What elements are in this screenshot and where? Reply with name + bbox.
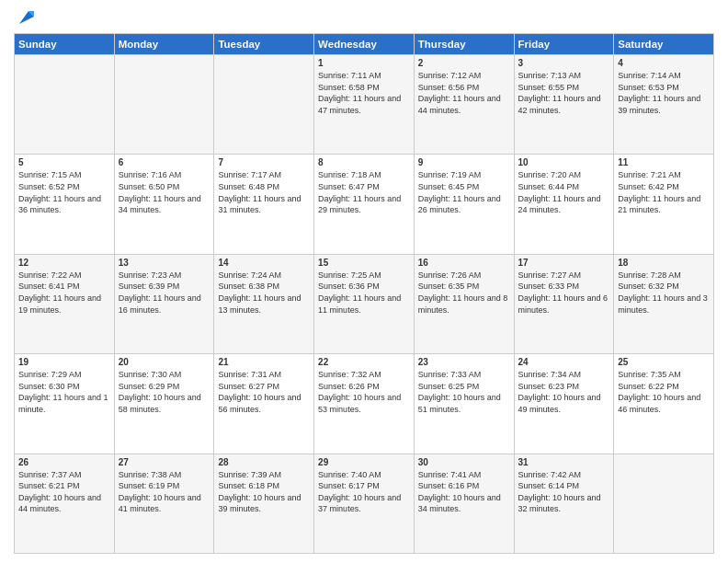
day-number: 21 [218, 357, 310, 367]
day-info: Sunrise: 7:34 AM Sunset: 6:23 PM Dayligh… [518, 369, 610, 415]
day-info: Sunrise: 7:42 AM Sunset: 6:14 PM Dayligh… [518, 469, 610, 515]
day-cell: 15Sunrise: 7:25 AM Sunset: 6:36 PM Dayli… [314, 254, 415, 353]
day-info: Sunrise: 7:18 AM Sunset: 6:47 PM Dayligh… [318, 169, 410, 215]
day-number: 31 [518, 457, 610, 467]
day-cell: 17Sunrise: 7:27 AM Sunset: 6:33 PM Dayli… [514, 254, 614, 353]
calendar-table: SundayMondayTuesdayWednesdayThursdayFrid… [14, 33, 714, 554]
day-cell: 4Sunrise: 7:14 AM Sunset: 6:53 PM Daylig… [614, 55, 714, 155]
day-number: 29 [318, 457, 410, 467]
day-info: Sunrise: 7:37 AM Sunset: 6:21 PM Dayligh… [18, 469, 110, 515]
day-number: 9 [418, 157, 510, 167]
day-number: 3 [518, 58, 610, 68]
day-number: 2 [418, 58, 510, 68]
day-info: Sunrise: 7:16 AM Sunset: 6:50 PM Dayligh… [119, 169, 210, 215]
day-cell: 31Sunrise: 7:42 AM Sunset: 6:14 PM Dayli… [514, 454, 614, 553]
day-info: Sunrise: 7:29 AM Sunset: 6:30 PM Dayligh… [18, 369, 110, 415]
day-cell: 5Sunrise: 7:15 AM Sunset: 6:52 PM Daylig… [15, 155, 115, 254]
day-cell: 23Sunrise: 7:33 AM Sunset: 6:25 PM Dayli… [414, 354, 514, 454]
day-number: 14 [218, 258, 310, 268]
day-info: Sunrise: 7:17 AM Sunset: 6:48 PM Dayligh… [218, 169, 310, 215]
day-info: Sunrise: 7:12 AM Sunset: 6:56 PM Dayligh… [418, 70, 510, 116]
day-cell: 7Sunrise: 7:17 AM Sunset: 6:48 PM Daylig… [214, 155, 314, 254]
day-info: Sunrise: 7:19 AM Sunset: 6:45 PM Dayligh… [418, 169, 510, 215]
day-number: 1 [318, 58, 410, 68]
day-info: Sunrise: 7:25 AM Sunset: 6:36 PM Dayligh… [318, 270, 410, 316]
day-info: Sunrise: 7:32 AM Sunset: 6:26 PM Dayligh… [318, 369, 410, 415]
day-cell: 27Sunrise: 7:38 AM Sunset: 6:19 PM Dayli… [114, 454, 214, 553]
day-info: Sunrise: 7:31 AM Sunset: 6:27 PM Dayligh… [218, 369, 310, 415]
day-number: 12 [18, 258, 110, 268]
day-cell: 12Sunrise: 7:22 AM Sunset: 6:41 PM Dayli… [15, 254, 115, 353]
day-number: 19 [18, 357, 110, 367]
day-number: 25 [618, 357, 710, 367]
day-number: 8 [318, 157, 410, 167]
day-info: Sunrise: 7:30 AM Sunset: 6:29 PM Dayligh… [119, 369, 210, 415]
day-cell: 28Sunrise: 7:39 AM Sunset: 6:18 PM Dayli… [214, 454, 314, 553]
col-header-sunday: Sunday [15, 34, 115, 55]
day-cell: 29Sunrise: 7:40 AM Sunset: 6:17 PM Dayli… [314, 454, 415, 553]
day-number: 23 [418, 357, 510, 367]
day-info: Sunrise: 7:22 AM Sunset: 6:41 PM Dayligh… [18, 270, 110, 316]
day-info: Sunrise: 7:27 AM Sunset: 6:33 PM Dayligh… [518, 270, 610, 316]
day-cell [114, 55, 214, 155]
week-row-1: 1Sunrise: 7:11 AM Sunset: 6:58 PM Daylig… [15, 55, 714, 155]
day-info: Sunrise: 7:33 AM Sunset: 6:25 PM Dayligh… [418, 369, 510, 415]
day-cell: 11Sunrise: 7:21 AM Sunset: 6:42 PM Dayli… [614, 155, 714, 254]
week-row-3: 12Sunrise: 7:22 AM Sunset: 6:41 PM Dayli… [15, 254, 714, 353]
day-info: Sunrise: 7:35 AM Sunset: 6:22 PM Dayligh… [618, 369, 710, 415]
day-number: 7 [218, 157, 310, 167]
day-number: 5 [18, 157, 110, 167]
day-number: 26 [18, 457, 110, 467]
day-cell: 8Sunrise: 7:18 AM Sunset: 6:47 PM Daylig… [314, 155, 415, 254]
day-number: 6 [119, 157, 210, 167]
day-info: Sunrise: 7:26 AM Sunset: 6:35 PM Dayligh… [418, 270, 510, 316]
day-info: Sunrise: 7:23 AM Sunset: 6:39 PM Dayligh… [119, 270, 210, 316]
day-info: Sunrise: 7:13 AM Sunset: 6:55 PM Dayligh… [518, 70, 610, 116]
col-header-saturday: Saturday [614, 34, 714, 55]
day-number: 15 [318, 258, 410, 268]
day-number: 30 [418, 457, 510, 467]
day-cell: 18Sunrise: 7:28 AM Sunset: 6:32 PM Dayli… [614, 254, 714, 353]
day-number: 20 [119, 357, 210, 367]
logo-icon [16, 7, 36, 28]
day-info: Sunrise: 7:15 AM Sunset: 6:52 PM Dayligh… [18, 169, 110, 215]
day-cell [15, 55, 115, 155]
logo [14, 9, 36, 26]
day-cell: 14Sunrise: 7:24 AM Sunset: 6:38 PM Dayli… [214, 254, 314, 353]
day-info: Sunrise: 7:24 AM Sunset: 6:38 PM Dayligh… [218, 270, 310, 316]
day-cell: 19Sunrise: 7:29 AM Sunset: 6:30 PM Dayli… [15, 354, 115, 454]
day-number: 13 [119, 258, 210, 268]
week-row-2: 5Sunrise: 7:15 AM Sunset: 6:52 PM Daylig… [15, 155, 714, 254]
day-cell: 30Sunrise: 7:41 AM Sunset: 6:16 PM Dayli… [414, 454, 514, 553]
day-cell: 20Sunrise: 7:30 AM Sunset: 6:29 PM Dayli… [114, 354, 214, 454]
day-cell: 10Sunrise: 7:20 AM Sunset: 6:44 PM Dayli… [514, 155, 614, 254]
day-cell [214, 55, 314, 155]
day-info: Sunrise: 7:21 AM Sunset: 6:42 PM Dayligh… [618, 169, 710, 215]
day-cell: 22Sunrise: 7:32 AM Sunset: 6:26 PM Dayli… [314, 354, 415, 454]
day-info: Sunrise: 7:41 AM Sunset: 6:16 PM Dayligh… [418, 469, 510, 515]
day-cell [614, 454, 714, 553]
day-info: Sunrise: 7:11 AM Sunset: 6:58 PM Dayligh… [318, 70, 410, 116]
page: SundayMondayTuesdayWednesdayThursdayFrid… [0, 0, 728, 563]
day-cell: 25Sunrise: 7:35 AM Sunset: 6:22 PM Dayli… [614, 354, 714, 454]
col-header-monday: Monday [114, 34, 214, 55]
week-row-5: 26Sunrise: 7:37 AM Sunset: 6:21 PM Dayli… [15, 454, 714, 553]
day-cell: 21Sunrise: 7:31 AM Sunset: 6:27 PM Dayli… [214, 354, 314, 454]
day-info: Sunrise: 7:14 AM Sunset: 6:53 PM Dayligh… [618, 70, 710, 116]
day-info: Sunrise: 7:40 AM Sunset: 6:17 PM Dayligh… [318, 469, 410, 515]
day-number: 27 [119, 457, 210, 467]
day-cell: 3Sunrise: 7:13 AM Sunset: 6:55 PM Daylig… [514, 55, 614, 155]
day-number: 11 [618, 157, 710, 167]
day-cell: 6Sunrise: 7:16 AM Sunset: 6:50 PM Daylig… [114, 155, 214, 254]
day-cell: 13Sunrise: 7:23 AM Sunset: 6:39 PM Dayli… [114, 254, 214, 353]
col-header-thursday: Thursday [414, 34, 514, 55]
day-number: 22 [318, 357, 410, 367]
day-cell: 1Sunrise: 7:11 AM Sunset: 6:58 PM Daylig… [314, 55, 415, 155]
header [14, 9, 714, 26]
day-number: 16 [418, 258, 510, 268]
day-cell: 26Sunrise: 7:37 AM Sunset: 6:21 PM Dayli… [15, 454, 115, 553]
day-number: 18 [618, 258, 710, 268]
day-cell: 2Sunrise: 7:12 AM Sunset: 6:56 PM Daylig… [414, 55, 514, 155]
col-header-friday: Friday [514, 34, 614, 55]
col-header-tuesday: Tuesday [214, 34, 314, 55]
